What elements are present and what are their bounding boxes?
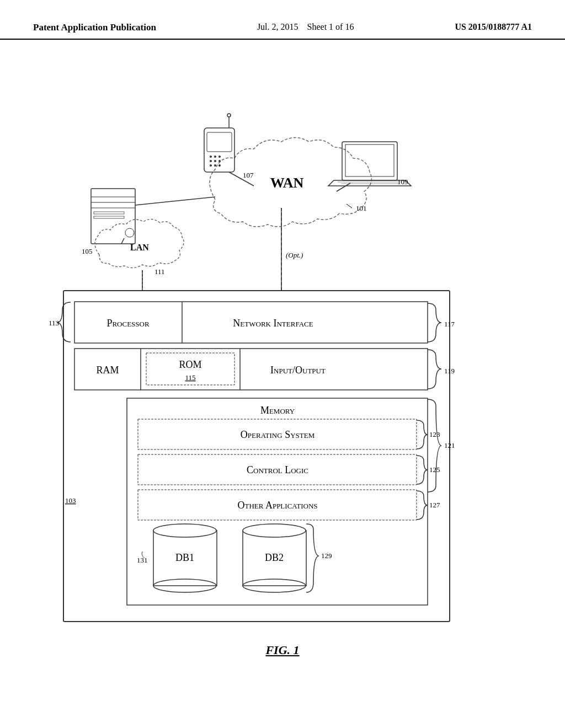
svg-point-10 bbox=[210, 164, 212, 167]
ref-109: 109 bbox=[397, 178, 408, 186]
ref-103: 103 bbox=[65, 496, 76, 505]
svg-point-48 bbox=[243, 524, 306, 537]
svg-point-11 bbox=[214, 164, 216, 167]
ref-119: 119 bbox=[444, 367, 455, 375]
figure-label: FIG. 1 bbox=[0, 643, 565, 657]
ref-117: 117 bbox=[444, 320, 455, 328]
publication-label: Patent Application Publication bbox=[33, 22, 156, 33]
svg-point-45 bbox=[153, 524, 216, 537]
svg-rect-36 bbox=[74, 349, 428, 390]
svg-point-4 bbox=[210, 156, 212, 158]
svg-point-8 bbox=[214, 160, 216, 162]
ref-123: 123 bbox=[429, 430, 440, 438]
ref-129: 129 bbox=[321, 552, 332, 560]
ref-111: 111 bbox=[154, 267, 165, 276]
control-logic-label: Control Logic bbox=[247, 464, 308, 475]
svg-text:LAN: LAN bbox=[130, 243, 149, 252]
db1-cylinder: DB1 bbox=[153, 524, 217, 592]
svg-rect-16 bbox=[342, 142, 397, 180]
svg-point-7 bbox=[210, 160, 212, 162]
os-label: Operating System bbox=[241, 429, 315, 440]
ram-label: RAM bbox=[96, 365, 119, 376]
svg-rect-27 bbox=[94, 216, 124, 218]
svg-rect-33 bbox=[63, 291, 450, 622]
ref-113: 113 bbox=[49, 319, 59, 327]
rom-label: ROM bbox=[179, 359, 201, 370]
svg-point-9 bbox=[218, 160, 221, 162]
svg-rect-26 bbox=[94, 212, 124, 214]
ref-105: 105 bbox=[82, 247, 93, 255]
server-device bbox=[91, 189, 135, 244]
ref-101: 101 bbox=[356, 204, 367, 212]
db2-cylinder: DB2 bbox=[243, 524, 306, 592]
ref-127: 127 bbox=[429, 501, 440, 509]
svg-line-31 bbox=[121, 238, 124, 244]
ref-125: 125 bbox=[429, 465, 440, 474]
network-interface-label: Network Interface bbox=[233, 318, 313, 329]
rom-num: 115 bbox=[185, 373, 195, 382]
svg-point-12 bbox=[218, 164, 221, 167]
date-sheet: Jul. 2, 2015 Sheet 1 of 16 bbox=[257, 22, 354, 32]
svg-line-1 bbox=[347, 204, 352, 208]
page-header: Patent Application Publication Jul. 2, 2… bbox=[0, 0, 565, 40]
processor-label: Processor bbox=[106, 318, 150, 329]
opt-label: (Opt.) bbox=[286, 251, 303, 259]
diagram-area: text { font-family: 'Times New Roman', T… bbox=[0, 40, 565, 702]
svg-point-14 bbox=[227, 114, 231, 117]
svg-point-25 bbox=[125, 228, 134, 237]
memory-label: Memory bbox=[260, 405, 295, 416]
phone-device bbox=[204, 114, 234, 172]
db1-label: DB1 bbox=[175, 552, 194, 563]
other-apps-label: Other Applications bbox=[237, 500, 317, 511]
svg-rect-3 bbox=[207, 132, 232, 152]
db2-label: DB2 bbox=[265, 552, 284, 563]
ref-131: 131 bbox=[137, 556, 148, 564]
svg-line-28 bbox=[135, 197, 215, 205]
io-label: Input/Output bbox=[270, 365, 326, 376]
svg-point-5 bbox=[214, 156, 216, 158]
svg-point-6 bbox=[218, 156, 221, 158]
ref-107: 107 bbox=[243, 171, 254, 179]
ref-121: 121 bbox=[444, 441, 455, 449]
patent-number: US 2015/0188777 A1 bbox=[455, 22, 532, 32]
svg-line-20 bbox=[337, 183, 350, 191]
svg-text:WAN: WAN bbox=[270, 175, 304, 191]
